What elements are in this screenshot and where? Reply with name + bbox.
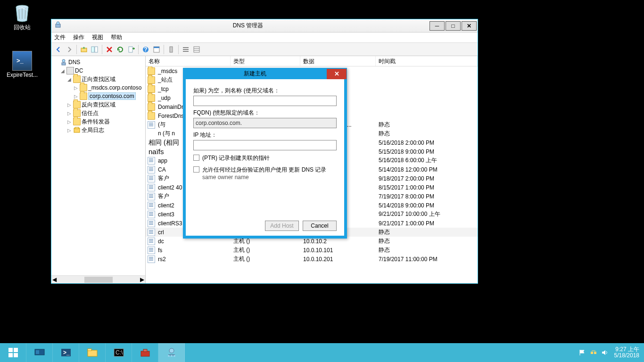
recycle-bin[interactable]: 回收站 [5, 3, 40, 32]
menu-file[interactable]: 文件 [54, 33, 66, 41]
folder-icon [148, 76, 155, 84]
toolbox-button[interactable] [132, 343, 158, 362]
filter-button[interactable] [166, 44, 176, 55]
folder-icon [73, 101, 81, 108]
show-hide-icon[interactable] [90, 44, 100, 55]
svg-rect-3 [81, 48, 87, 52]
server-manager-button[interactable] [26, 343, 53, 362]
detail-view-button[interactable] [191, 44, 202, 55]
export-button[interactable] [126, 44, 136, 55]
col-name[interactable]: 名称 [146, 56, 231, 66]
close-button[interactable]: ✕ [462, 21, 477, 31]
help-button[interactable]: ? [140, 44, 151, 55]
record-icon [148, 211, 155, 218]
col-type[interactable]: 类型 [231, 56, 300, 66]
svg-rect-24 [8, 353, 13, 357]
record-icon [148, 247, 155, 254]
record-icon [148, 255, 155, 263]
menu-action[interactable]: 操作 [73, 33, 84, 41]
dialog-title: 新建主机 [183, 70, 327, 78]
powershell-button[interactable]: >_ [53, 343, 79, 362]
name-label: 如果) 为空，则名称 (使用父域名： [193, 87, 337, 95]
clock[interactable]: 9:27 上午 5/18/2018 [612, 346, 641, 359]
name-input[interactable] [193, 96, 337, 106]
menu-bar: 文件 操作 视图 帮助 [51, 33, 478, 43]
fqdn-input [193, 118, 337, 128]
tree-global-logs[interactable]: 全局日志 [82, 126, 104, 134]
svg-rect-30 [88, 350, 97, 356]
folder-icon [148, 103, 155, 111]
powershell-file-icon [12, 51, 32, 71]
properties-button[interactable] [151, 44, 162, 55]
record-icon [148, 184, 155, 191]
dns-root-icon [60, 58, 67, 66]
tree-zone-msdcs[interactable]: _msdcs.corp.contoso [88, 84, 141, 91]
delete-button[interactable] [104, 44, 115, 55]
forward-button[interactable] [64, 44, 74, 55]
ip-label: IP 地址： [193, 131, 337, 139]
server-icon [66, 67, 74, 74]
col-timestamp[interactable]: 时间戳 [376, 56, 478, 66]
svg-text:?: ? [144, 46, 147, 53]
ip-input[interactable] [193, 140, 337, 150]
ptr-checkbox[interactable]: (PTR) 记录创建关联的指针 [193, 154, 337, 162]
tree-zone-corp[interactable]: corp.contoso.com [88, 92, 136, 100]
up-button[interactable] [79, 44, 89, 55]
tree-conditional-forwarders[interactable]: 条件转发器 [82, 118, 110, 126]
col-data[interactable]: 数据 [300, 56, 376, 66]
recycle-bin-label: 回收站 [5, 24, 40, 32]
dialog-close-button[interactable]: ✕ [327, 69, 347, 79]
list-item[interactable]: rs2主机 ()10.0.10.2017/19/2017 11:00:00 PM [146, 255, 478, 263]
tree-scrollbar[interactable]: ◀▶ [51, 275, 145, 283]
minimize-button[interactable]: ─ [429, 21, 445, 31]
record-icon [148, 193, 155, 200]
list-header: 名称 类型 数据 时间戳 [146, 56, 478, 66]
folder-icon [73, 75, 81, 83]
svg-rect-23 [14, 348, 18, 352]
powershell-file-label: ExpireTest... [5, 72, 40, 78]
folder-icon [148, 67, 155, 75]
allow-update-checkbox[interactable]: 允许任何经过身份验证的用户使用 更新 DNS 记录 [193, 166, 337, 174]
svg-point-18 [62, 59, 65, 62]
flag-icon[interactable] [578, 349, 586, 356]
record-icon [148, 229, 155, 236]
svg-rect-14 [183, 51, 189, 52]
svg-rect-31 [88, 349, 91, 351]
svg-rect-35 [143, 349, 147, 352]
list-view-button[interactable] [181, 44, 191, 55]
list-item[interactable]: fs主机 ()10.0.10.101静态 [146, 246, 478, 255]
dialog-titlebar: 新建主机 ✕ [183, 68, 347, 79]
svg-rect-25 [14, 353, 18, 357]
menu-help[interactable]: 帮助 [111, 33, 122, 41]
cmd-button[interactable]: C:\ [106, 343, 132, 362]
tree-reverse-zones[interactable]: 反向查找区域 [82, 101, 116, 109]
volume-icon[interactable] [601, 349, 609, 356]
cancel-button[interactable]: Cancel [303, 221, 337, 231]
svg-rect-34 [141, 351, 149, 356]
folder-icon [73, 109, 81, 117]
window-title: DNS 管理器 [66, 22, 429, 30]
menu-view[interactable]: 视图 [92, 33, 103, 41]
network-icon[interactable] [590, 349, 597, 356]
app-icon [54, 21, 64, 31]
maximize-button[interactable]: □ [446, 21, 461, 31]
titlebar: DNS 管理器 ─ □ ✕ [51, 19, 478, 33]
checkbox-icon [193, 155, 199, 161]
back-button[interactable] [53, 44, 64, 55]
tree-forward-zones[interactable]: 正向查找区域 [82, 75, 116, 83]
explorer-button[interactable] [79, 343, 106, 362]
folder-icon [148, 112, 155, 120]
tree-dns[interactable]: DNS [68, 59, 80, 66]
record-icon [148, 202, 155, 209]
tree-panel[interactable]: DNS ◢DC ◢正向查找区域 ▷_msdcs.corp.contoso ▷co… [51, 56, 146, 283]
tree-trust-points[interactable]: 信任点 [82, 109, 99, 117]
dns-manager-button[interactable] [158, 343, 185, 362]
svg-rect-27 [36, 350, 39, 354]
tree-server[interactable]: DC [75, 67, 83, 74]
svg-rect-13 [183, 49, 189, 50]
folder-icon [148, 85, 155, 93]
start-button[interactable] [0, 343, 26, 362]
svg-point-38 [168, 355, 170, 357]
powershell-file[interactable]: ExpireTest... [5, 51, 40, 78]
refresh-button[interactable] [115, 44, 125, 55]
